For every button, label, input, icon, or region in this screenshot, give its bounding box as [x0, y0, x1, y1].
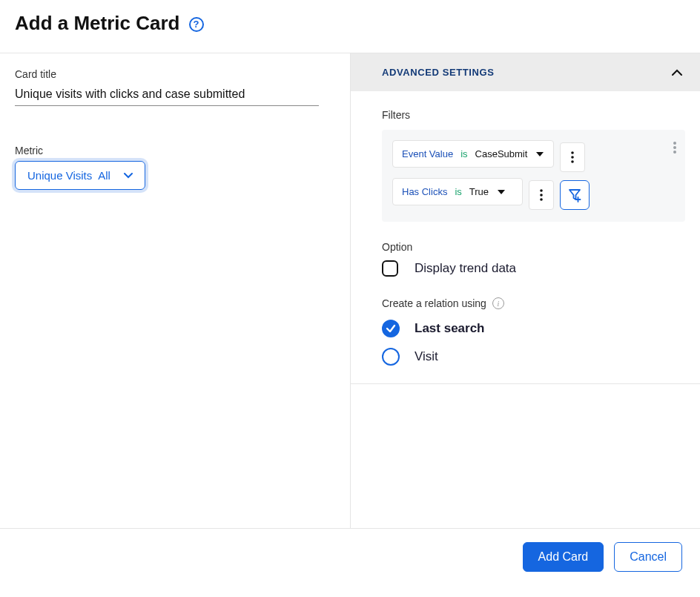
card-title-input[interactable] [15, 85, 319, 106]
help-icon[interactable]: ? [189, 17, 204, 32]
caret-down-icon [536, 152, 544, 156]
filter-chip[interactable]: Has Clicks is True [392, 178, 523, 205]
dialog-content: Card title Metric Unique Visits All ADVA… [0, 53, 700, 528]
metric-section: Metric Unique Visits All [15, 145, 335, 190]
add-card-button[interactable]: Add Card [523, 542, 604, 572]
metric-value-main: Unique Visits [27, 169, 92, 182]
add-filter-button[interactable] [560, 180, 590, 210]
display-trend-label: Display trend data [415, 261, 516, 276]
svg-point-3 [571, 151, 574, 154]
filter-value: CaseSubmit [475, 148, 528, 159]
filters-group-menu-icon[interactable] [673, 142, 676, 154]
radio-selected-icon [382, 320, 400, 337]
metric-value-scope: All [98, 169, 110, 182]
svg-point-7 [540, 194, 543, 197]
metric-dropdown[interactable]: Unique Visits All [15, 161, 145, 190]
advanced-settings-body: Filters Event Value is CaseSubmit [351, 91, 700, 384]
right-panel: ADVANCED SETTINGS Filters Event Value is… [350, 53, 700, 528]
dialog-footer: Add Card Cancel [0, 528, 700, 585]
filter-operator: is [455, 186, 461, 197]
relation-option-visit[interactable]: Visit [382, 348, 685, 366]
svg-point-0 [673, 142, 676, 145]
caret-down-icon [498, 190, 505, 194]
info-icon[interactable]: i [492, 297, 504, 309]
radio-unselected-icon [382, 348, 400, 366]
filter-field: Has Clicks [402, 186, 447, 197]
filter-add-icon [567, 188, 582, 202]
filter-chip-menu[interactable] [560, 142, 585, 172]
svg-point-6 [540, 189, 543, 192]
filter-chip-menu[interactable] [529, 180, 554, 210]
relation-option-label: Last search [415, 321, 485, 336]
svg-point-1 [673, 146, 676, 149]
svg-point-4 [571, 156, 574, 159]
relation-section: Create a relation using i Last search Vi… [382, 297, 685, 366]
option-label: Option [382, 241, 685, 253]
filter-row: Has Clicks is True [392, 178, 676, 211]
dialog-header: Add a Metric Card ? [0, 0, 700, 53]
display-trend-checkbox-row[interactable]: Display trend data [382, 260, 685, 277]
dialog-title: Add a Metric Card [15, 12, 180, 35]
advanced-settings-header[interactable]: ADVANCED SETTINGS [351, 53, 700, 91]
left-panel: Card title Metric Unique Visits All [0, 53, 350, 528]
filter-value: True [469, 186, 489, 197]
filters-label: Filters [382, 109, 685, 121]
filters-box: Event Value is CaseSubmit Has Clicks [382, 130, 685, 222]
svg-point-8 [540, 198, 543, 201]
option-section: Option Display trend data [382, 241, 685, 277]
relation-option-last-search[interactable]: Last search [382, 320, 685, 337]
filter-chip[interactable]: Event Value is CaseSubmit [392, 140, 554, 168]
card-title-label: Card title [15, 68, 335, 80]
relation-option-label: Visit [415, 349, 438, 364]
metric-label: Metric [15, 145, 335, 156]
svg-point-2 [673, 151, 676, 154]
checkbox-icon[interactable] [382, 260, 398, 277]
advanced-settings-title: ADVANCED SETTINGS [382, 67, 495, 78]
filter-field: Event Value [402, 148, 453, 159]
chevron-up-icon [672, 69, 682, 76]
svg-point-5 [571, 160, 574, 163]
relation-label: Create a relation using [382, 297, 486, 309]
filter-operator: is [460, 148, 467, 159]
chevron-down-icon [124, 173, 133, 179]
filter-row: Event Value is CaseSubmit [392, 140, 676, 174]
cancel-button[interactable]: Cancel [614, 542, 682, 572]
